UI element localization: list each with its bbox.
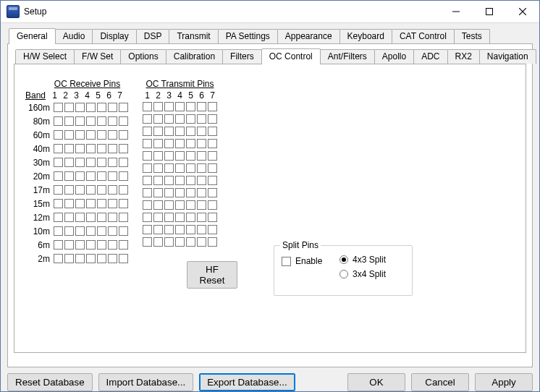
oc-checkbox[interactable] — [86, 158, 96, 167]
tab-pa-settings[interactable]: PA Settings — [218, 29, 278, 43]
minimize-button[interactable] — [439, 1, 473, 22]
oc-checkbox[interactable] — [119, 254, 128, 263]
subtab-f-w-set[interactable]: F/W Set — [74, 49, 121, 64]
oc-checkbox[interactable] — [75, 254, 85, 263]
oc-checkbox[interactable] — [108, 158, 117, 167]
oc-checkbox[interactable] — [97, 103, 106, 112]
oc-checkbox[interactable] — [143, 139, 152, 148]
ok-button[interactable]: OK — [347, 373, 405, 391]
subtab-h-w-select[interactable]: H/W Select — [15, 49, 75, 64]
oc-checkbox[interactable] — [175, 151, 185, 161]
oc-checkbox[interactable] — [64, 116, 74, 126]
oc-checkbox[interactable] — [208, 114, 217, 124]
oc-checkbox[interactable] — [64, 240, 74, 250]
subtab-ant-filters[interactable]: Ant/Filters — [320, 49, 375, 64]
oc-checkbox[interactable] — [208, 127, 217, 136]
oc-checkbox[interactable] — [75, 171, 85, 181]
oc-checkbox[interactable] — [54, 240, 63, 250]
oc-checkbox[interactable] — [54, 226, 63, 236]
subtab-calibration[interactable]: Calibration — [166, 49, 223, 64]
oc-checkbox[interactable] — [153, 176, 163, 185]
oc-checkbox[interactable] — [153, 114, 163, 124]
oc-checkbox[interactable] — [186, 102, 195, 111]
oc-checkbox[interactable] — [75, 130, 85, 140]
reset-database-button[interactable]: Reset Database — [7, 373, 93, 391]
oc-checkbox[interactable] — [64, 213, 74, 222]
oc-checkbox[interactable] — [54, 199, 63, 208]
oc-checkbox[interactable] — [153, 237, 163, 247]
oc-checkbox[interactable] — [143, 163, 152, 173]
hf-reset-button[interactable]: HF Reset — [187, 261, 237, 289]
oc-checkbox[interactable] — [175, 188, 185, 197]
oc-checkbox[interactable] — [75, 185, 85, 195]
oc-checkbox[interactable] — [75, 158, 85, 167]
split-radio[interactable] — [339, 255, 348, 264]
oc-checkbox[interactable] — [186, 188, 195, 197]
oc-checkbox[interactable] — [143, 225, 152, 234]
subtab-apollo[interactable]: Apollo — [374, 49, 414, 64]
oc-checkbox[interactable] — [197, 102, 206, 111]
tab-audio[interactable]: Audio — [55, 29, 93, 43]
split-radio[interactable] — [339, 270, 348, 278]
oc-checkbox[interactable] — [108, 171, 117, 181]
oc-checkbox[interactable] — [164, 127, 174, 136]
oc-checkbox[interactable] — [164, 176, 174, 185]
oc-checkbox[interactable] — [54, 171, 63, 181]
oc-checkbox[interactable] — [64, 130, 74, 140]
oc-checkbox[interactable] — [164, 225, 174, 234]
oc-checkbox[interactable] — [186, 127, 195, 136]
oc-checkbox[interactable] — [175, 163, 185, 173]
oc-checkbox[interactable] — [197, 237, 206, 247]
oc-checkbox[interactable] — [64, 254, 74, 263]
oc-checkbox[interactable] — [208, 151, 217, 161]
oc-checkbox[interactable] — [97, 254, 106, 263]
oc-checkbox[interactable] — [197, 213, 206, 222]
oc-checkbox[interactable] — [108, 185, 117, 195]
oc-checkbox[interactable] — [64, 199, 74, 208]
oc-checkbox[interactable] — [97, 226, 106, 236]
oc-checkbox[interactable] — [143, 237, 152, 247]
oc-checkbox[interactable] — [153, 163, 163, 173]
oc-checkbox[interactable] — [164, 151, 174, 161]
oc-checkbox[interactable] — [197, 151, 206, 161]
cancel-button[interactable]: Cancel — [411, 373, 469, 391]
oc-checkbox[interactable] — [54, 213, 63, 222]
oc-checkbox[interactable] — [143, 127, 152, 136]
oc-checkbox[interactable] — [208, 225, 217, 234]
oc-checkbox[interactable] — [197, 176, 206, 185]
oc-checkbox[interactable] — [108, 254, 117, 263]
oc-checkbox[interactable] — [54, 254, 63, 263]
oc-checkbox[interactable] — [143, 176, 152, 185]
oc-checkbox[interactable] — [153, 139, 163, 148]
subtab-oc-control[interactable]: OC Control — [261, 48, 321, 64]
oc-checkbox[interactable] — [143, 102, 152, 111]
oc-checkbox[interactable] — [108, 116, 117, 126]
oc-checkbox[interactable] — [54, 144, 63, 153]
oc-checkbox[interactable] — [175, 176, 185, 185]
oc-checkbox[interactable] — [64, 171, 74, 181]
oc-checkbox[interactable] — [64, 158, 74, 167]
oc-checkbox[interactable] — [86, 226, 96, 236]
oc-checkbox[interactable] — [208, 188, 217, 197]
oc-checkbox[interactable] — [186, 225, 195, 234]
oc-checkbox[interactable] — [153, 200, 163, 210]
oc-checkbox[interactable] — [197, 163, 206, 173]
tab-appearance[interactable]: Appearance — [277, 29, 340, 43]
oc-checkbox[interactable] — [86, 144, 96, 153]
oc-checkbox[interactable] — [208, 163, 217, 173]
oc-checkbox[interactable] — [54, 185, 63, 195]
oc-checkbox[interactable] — [153, 188, 163, 197]
oc-checkbox[interactable] — [119, 103, 128, 112]
oc-checkbox[interactable] — [119, 213, 128, 222]
tab-dsp[interactable]: DSP — [136, 29, 170, 43]
oc-checkbox[interactable] — [119, 144, 128, 153]
oc-checkbox[interactable] — [164, 237, 174, 247]
oc-checkbox[interactable] — [175, 114, 185, 124]
oc-checkbox[interactable] — [108, 144, 117, 153]
tab-transmit[interactable]: Transmit — [169, 29, 218, 43]
oc-checkbox[interactable] — [75, 213, 85, 222]
oc-checkbox[interactable] — [119, 158, 128, 167]
oc-checkbox[interactable] — [164, 200, 174, 210]
oc-checkbox[interactable] — [186, 139, 195, 148]
subtab-navigation[interactable]: Navigation — [479, 49, 536, 64]
